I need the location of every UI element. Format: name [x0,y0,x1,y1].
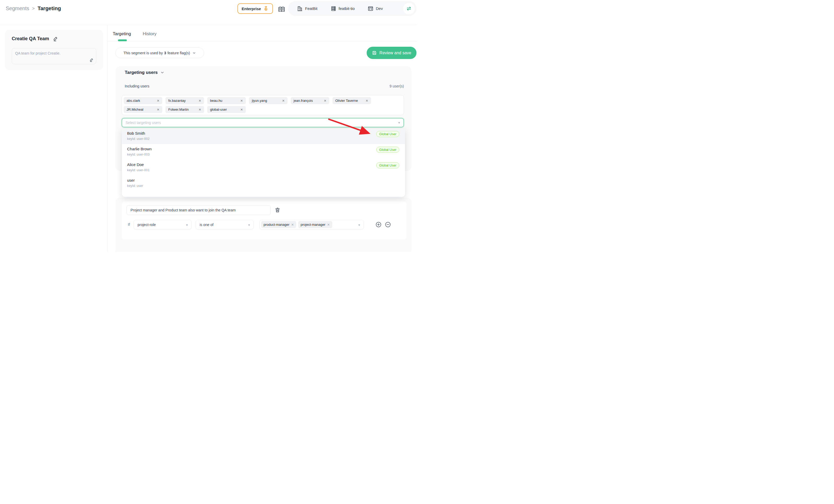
switch-context-button[interactable] [403,3,415,14]
plan-badge-label: Enterprise [242,6,261,11]
plan-badge[interactable]: Enterprise [238,3,273,14]
remove-user-icon[interactable]: ✕ [324,99,326,103]
segment-description-box[interactable]: QA team for project Creatie. [12,48,96,64]
rule-operator-value: is one of [200,223,214,227]
rule-values-multiselect[interactable]: ▼ product-manager ✕ project-manager ✕ [259,220,364,229]
user-chip[interactable]: JR.Micheal ✕ [124,106,162,113]
building-icon [297,6,303,12]
remove-user-icon[interactable]: ✕ [199,108,201,111]
select-targeting-users-input[interactable] [122,118,404,127]
user-option[interactable]: user keyId: user [122,175,405,191]
remove-user-icon[interactable]: ✕ [240,99,243,103]
remove-user-icon[interactable]: ✕ [282,99,285,103]
global-user-badge: Global User [376,131,399,137]
if-label: If [128,222,130,226]
rule-value-label: product-manager [264,223,289,226]
user-chip[interactable]: beau.hu ✕ [207,97,246,104]
user-option-key: keyId: user-001 [127,168,400,172]
rule-name-input[interactable] [127,205,270,215]
user-chip[interactable]: jean.françois ✕ [291,97,329,104]
user-chip[interactable]: Olivier Taverne ✕ [332,97,371,104]
review-and-save-button[interactable]: Review and save [367,47,416,59]
remove-value-icon[interactable]: ✕ [291,223,294,226]
add-condition-button[interactable] [375,222,381,227]
dropdown-arrow-icon: ▼ [185,223,189,226]
tab-divider [108,41,417,42]
breadcrumb-segments-link[interactable]: Segments [6,5,29,12]
segment-description-text: QA team for project Creatie. [15,51,61,55]
flag-usage-pill[interactable]: This segment is used by 3 feature flag(s… [115,47,204,58]
remove-user-icon[interactable]: ✕ [157,108,159,111]
rule-property-select[interactable]: project-role ▼ [134,220,192,229]
project-label: FeatBit [305,6,317,11]
usage-suffix: feature flag(s) [168,51,190,55]
edit-title-icon[interactable] [53,36,58,42]
user-chip-label: Olivier Taverne [335,98,358,103]
user-option-key: keyId: user-003 [127,153,400,156]
rule-box: If project-role ▼ is one of ▼ ▼ product-… [122,201,407,240]
user-chip[interactable]: Folwer.Martin ✕ [166,106,204,113]
user-chip-label: jean.françois [293,98,313,103]
segment-info-card: Creatie QA Team QA team for project Crea… [5,30,103,70]
user-chip[interactable]: abs.clark ✕ [124,97,162,104]
targeting-users-title: Targeting users [125,70,158,75]
remove-user-icon[interactable]: ✕ [157,99,159,103]
organization-label: featbit-tio [339,6,355,11]
tab-targeting[interactable]: Targeting [113,31,131,37]
remove-condition-button[interactable] [385,222,391,227]
breadcrumb-separator: > [32,6,35,11]
global-user-badge: Global User [376,147,399,153]
rule-card: If project-role ▼ is one of ▼ ▼ product-… [115,198,412,252]
tab-history[interactable]: History [143,31,157,37]
rule-value-chip[interactable]: project-manager ✕ [298,221,332,228]
user-chip[interactable]: global-user ✕ [207,106,246,113]
user-option[interactable]: Charlie Brown keyId: user-003 Global Use… [122,144,405,160]
user-option[interactable]: Alice Doe keyId: user-001 Global User [122,160,405,175]
docs-book-button[interactable] [278,5,285,13]
dropdown-arrow-icon: ▼ [248,223,250,226]
rule-property-value: project-role [137,223,156,227]
organization-selector[interactable]: featbit-tio [331,6,355,12]
remove-user-icon[interactable]: ✕ [199,99,201,103]
user-chip[interactable]: fx.bazantay ✕ [166,97,204,104]
global-user-badge: Global User [376,162,399,168]
including-users-chips: abs.clark ✕ fx.bazantay ✕ beau.hu ✕ jiyu… [122,95,404,115]
remove-user-icon[interactable]: ✕ [240,108,243,111]
rule-operator-select[interactable]: is one of ▼ [196,220,254,229]
breadcrumb-current-page: Targeting [38,5,61,12]
edit-description-icon[interactable] [89,58,94,62]
project-selector[interactable]: FeatBit [297,6,317,12]
breadcrumb: Segments > Targeting [6,5,61,12]
usage-prefix: This segment is used by [124,51,163,55]
active-tab-indicator [118,39,127,41]
header-divider [0,25,417,25]
delete-rule-button[interactable] [275,207,281,213]
remove-user-icon[interactable]: ✕ [366,99,368,103]
context-switcher: FeatBit featbit-tio Dev [288,1,416,16]
user-option-name: user [127,178,400,182]
user-chip-label: JR.Micheal [127,108,143,111]
environment-selector[interactable]: Dev [368,6,383,12]
sidebar-divider [107,25,108,252]
user-chip-label: fx.bazantay [168,98,186,103]
remove-value-icon[interactable]: ✕ [327,223,330,226]
book-icon [278,6,285,13]
dropdown-arrow-icon: ▼ [358,223,360,226]
user-chip-label: Folwer.Martin [168,108,189,111]
review-and-save-label: Review and save [379,51,411,55]
user-option[interactable]: Bob Smith keyId: user-002 Global User [122,128,405,144]
medal-icon [263,6,269,12]
targeting-users-heading[interactable]: Targeting users [125,70,164,75]
environment-label: Dev [376,6,383,11]
user-chip-label: jiyun.yang [252,98,267,103]
save-icon [372,50,377,55]
user-chip[interactable]: jiyun.yang ✕ [249,97,288,104]
tab-bar: Targeting History [113,31,157,37]
swap-arrows-icon [406,5,412,12]
rule-value-chip[interactable]: product-manager ✕ [261,221,296,228]
user-option-name: Charlie Brown [127,147,400,151]
user-option-key: keyId: user-002 [127,137,400,141]
user-option-name: Alice Doe [127,162,400,167]
user-chip-label: beau.hu [210,98,222,103]
user-chip-label: abs.clark [127,98,140,103]
